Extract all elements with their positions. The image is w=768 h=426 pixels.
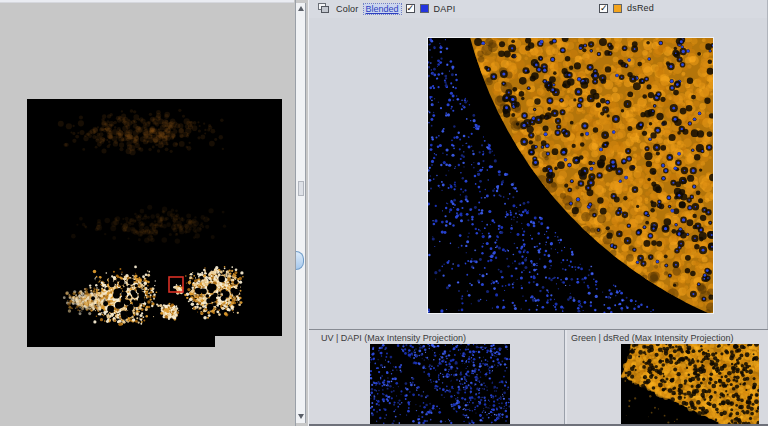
color-mode-group: Color Blended ✓ DAPI bbox=[318, 3, 455, 14]
scroll-up-icon[interactable] bbox=[297, 5, 305, 13]
dapi-color-swatch[interactable] bbox=[420, 4, 429, 13]
dsred-projection-label: Green | dsRed (Max Intensity Projection) bbox=[567, 330, 768, 343]
blended-channels-image[interactable] bbox=[428, 38, 713, 313]
dapi-channel-label: DAPI bbox=[434, 4, 456, 14]
scrollbar-thumb[interactable] bbox=[298, 181, 304, 196]
scroll-down-icon[interactable] bbox=[297, 413, 305, 421]
projection-row: UV | DAPI (Max Intensity Projection) Gre… bbox=[309, 329, 768, 424]
dsred-projection-panel: Green | dsRed (Max Intensity Projection) bbox=[567, 330, 768, 425]
dsred-checkbox[interactable]: ✓ bbox=[599, 4, 608, 13]
dsred-projection-thumbnail[interactable] bbox=[621, 344, 759, 424]
dapi-checkbox[interactable]: ✓ bbox=[406, 4, 415, 13]
dapi-projection-thumbnail[interactable] bbox=[370, 344, 510, 424]
color-label: Color bbox=[336, 4, 359, 14]
dapi-projection-label: UV | DAPI (Max Intensity Projection) bbox=[309, 330, 564, 343]
main-image-frame bbox=[427, 37, 714, 314]
dapi-projection-panel: UV | DAPI (Max Intensity Projection) bbox=[309, 330, 564, 425]
image-viewer-window: Color Blended ✓ DAPI ✓ dsRed UV | DAPI (… bbox=[0, 0, 768, 426]
navigator-panel bbox=[0, 3, 294, 426]
viewer-panel: Color Blended ✓ DAPI ✓ dsRed UV | DAPI (… bbox=[308, 0, 768, 426]
splitter-scroll-track[interactable] bbox=[296, 3, 306, 423]
blend-mode-link[interactable]: Blended bbox=[364, 4, 401, 14]
dsred-channel-group: ✓ dsRed bbox=[599, 3, 654, 13]
dsred-color-swatch[interactable] bbox=[613, 4, 622, 13]
navigator-overview-image[interactable] bbox=[27, 99, 282, 347]
panel-splitter[interactable] bbox=[294, 0, 308, 426]
channel-toolbar: Color Blended ✓ DAPI ✓ dsRed bbox=[309, 0, 767, 18]
layers-icon bbox=[318, 3, 331, 14]
dsred-channel-label: dsRed bbox=[627, 3, 654, 13]
